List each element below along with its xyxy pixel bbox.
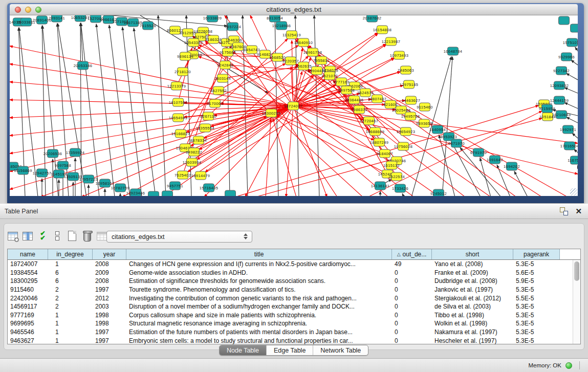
table-cell[interactable]: Tibbo et al. (1998) — [432, 312, 513, 319]
table-cell[interactable]: 1 — [48, 312, 93, 319]
table-cell[interactable]: de Silva et al. (2003) — [432, 303, 513, 310]
table-cell[interactable]: 5.3E-5 — [513, 329, 560, 336]
column-header-name[interactable]: name — [8, 249, 48, 259]
table-cell[interactable]: 0 — [392, 303, 432, 310]
graph-edge[interactable] — [158, 15, 166, 196]
table-cell[interactable]: Disruption of a novel member of a sodium… — [126, 303, 392, 310]
table-cell[interactable]: Structural magnetic resonance image aver… — [126, 320, 392, 327]
table-cell[interactable]: 5.5E-5 — [513, 295, 560, 302]
table-cell[interactable]: 0 — [392, 329, 432, 336]
table-cell[interactable]: Genome-wide association studies in ADHD. — [126, 269, 392, 276]
table-row[interactable]: 2242004622012Investigating the contribut… — [8, 294, 580, 302]
table-row[interactable]: 911546021997Tourette syndrome. Phenomeno… — [8, 286, 580, 294]
table-cell[interactable]: 2008 — [93, 277, 126, 285]
column-header-title[interactable]: title — [126, 249, 392, 259]
table-cell[interactable]: Corpus callosum shape and size in male p… — [126, 312, 392, 319]
graph-edge[interactable] — [572, 133, 578, 138]
table-row[interactable]: 1938455462009Genome-wide association stu… — [8, 269, 580, 277]
tab-edge-table[interactable]: Edge Table — [267, 345, 313, 355]
graph-edge[interactable] — [402, 193, 404, 196]
table-cell[interactable]: 5.3E-5 — [513, 337, 560, 344]
unselect-rows-icon[interactable] — [51, 229, 63, 243]
table-cell[interactable]: 19384554 — [8, 269, 48, 276]
graph-edge[interactable] — [10, 100, 289, 106]
table-cell[interactable]: Hescheler et al. (1997) — [432, 337, 513, 344]
graph-node[interactable] — [162, 191, 173, 196]
table-cell[interactable]: 9777169 — [8, 312, 48, 319]
table-cell[interactable]: 5.3E-5 — [513, 312, 560, 319]
network-selector-dropdown[interactable]: citations_edges.txt — [106, 231, 252, 243]
network-window-titlebar[interactable]: citations_edges.txt — [10, 4, 578, 15]
table-cell[interactable]: Wolkin et al. (1998) — [432, 320, 513, 327]
table-cell[interactable]: 6 — [48, 277, 93, 285]
table-cell[interactable]: 9115460 — [8, 286, 48, 293]
table-cell[interactable]: 0 — [392, 277, 432, 285]
select-all-icon[interactable]: ✔✔ — [36, 229, 49, 243]
table-cell[interactable]: 1 — [48, 337, 93, 344]
column-header-short[interactable]: short — [432, 249, 513, 259]
table-cell[interactable]: Changes of HCN gene expression and I(f) … — [126, 260, 392, 268]
table-settings-icon[interactable] — [7, 229, 19, 243]
column-header-pagerank[interactable]: pagerank — [513, 249, 560, 259]
table-row[interactable]: 946554611997Estimation of the future num… — [8, 328, 580, 337]
table-cell[interactable]: 1 — [48, 329, 93, 336]
network-canvas[interactable]: 1872400711325419186409101696175879558126… — [10, 15, 578, 196]
citation-network-graph[interactable]: 1872400711325419186409101696175879558126… — [10, 15, 578, 196]
graph-edge[interactable] — [122, 27, 142, 196]
graph-edge[interactable] — [81, 23, 99, 196]
graph-edge[interactable] — [80, 23, 81, 196]
table-cell[interactable]: 0 — [392, 337, 432, 344]
table-row[interactable]: 969969511998Structural magnetic resonanc… — [8, 319, 580, 328]
delete-trash-icon[interactable] — [81, 229, 93, 243]
graph-edge[interactable] — [296, 74, 326, 103]
table-row[interactable]: 1872400712008Changes of HCN gene express… — [8, 260, 580, 269]
graph-edge[interactable] — [411, 57, 451, 196]
column-settings-icon[interactable] — [21, 229, 34, 243]
table-cell[interactable]: 5.3E-5 — [513, 260, 560, 268]
close-panel-icon[interactable]: ✕ — [575, 208, 582, 215]
graph-edge[interactable] — [575, 47, 578, 51]
table-cell[interactable]: 0 — [392, 312, 432, 319]
table-cell[interactable]: 5.3E-5 — [513, 320, 560, 327]
tab-node-table[interactable]: Node Table — [220, 345, 267, 355]
table-cell[interactable]: 9465546 — [8, 329, 48, 336]
table-cell[interactable]: 1997 — [93, 286, 126, 293]
tab-network-table[interactable]: Network Table — [313, 345, 368, 355]
table-cell[interactable]: 1 — [48, 260, 93, 268]
table-cell[interactable]: Yano et al. (2008) — [432, 260, 513, 268]
scrollbar-thumb[interactable] — [574, 261, 579, 281]
table-cell[interactable]: 5.6E-5 — [513, 269, 560, 276]
graph-node[interactable] — [148, 191, 159, 196]
table-row[interactable]: 1456911722003Disruption of a novel membe… — [8, 302, 580, 311]
table-cell[interactable]: 1 — [48, 320, 93, 327]
table-cell[interactable]: Estimation of the future numbers of pati… — [126, 329, 392, 336]
resize-grip[interactable] — [570, 188, 577, 195]
graph-edge[interactable] — [567, 73, 578, 80]
table-cell[interactable]: Dudbridge et al. (2008) — [432, 277, 513, 285]
table-cell[interactable]: 0 — [392, 269, 432, 276]
graph-edge[interactable] — [577, 165, 578, 166]
table-cell[interactable]: Franke et al. (2009) — [432, 269, 513, 276]
column-header-out-de-[interactable]: △out_de... — [392, 249, 432, 259]
column-header-year[interactable]: year — [93, 249, 126, 259]
graph-edge[interactable] — [564, 102, 578, 108]
table-cell[interactable]: 9699695 — [8, 320, 48, 327]
table-cell[interactable]: 18724007 — [8, 260, 48, 268]
float-panel-icon[interactable] — [560, 207, 568, 215]
column-header-in-degree[interactable]: in_degree — [48, 249, 93, 259]
graph-edge[interactable] — [571, 60, 578, 65]
table-scrollbar[interactable] — [573, 260, 580, 344]
graph-edge[interactable] — [10, 64, 289, 105]
table-cell[interactable]: 18300295 — [8, 277, 48, 285]
graph-edge[interactable] — [109, 25, 130, 196]
table-cell[interactable]: Embryonic stem cells: a model to study s… — [126, 337, 392, 344]
table-row[interactable]: 1830029562008Estimation of significance … — [8, 277, 580, 286]
table-cell[interactable]: 2009 — [93, 269, 126, 276]
table-cell[interactable]: 0 — [392, 286, 432, 293]
graph-edge[interactable] — [10, 82, 289, 105]
table-cell[interactable]: 1998 — [93, 320, 126, 327]
graph-edge[interactable] — [567, 117, 578, 123]
table-cell[interactable]: Nakamura et al. (1997) — [432, 329, 513, 336]
table-cell[interactable]: 6 — [48, 269, 93, 276]
graph-edge[interactable] — [245, 110, 291, 196]
